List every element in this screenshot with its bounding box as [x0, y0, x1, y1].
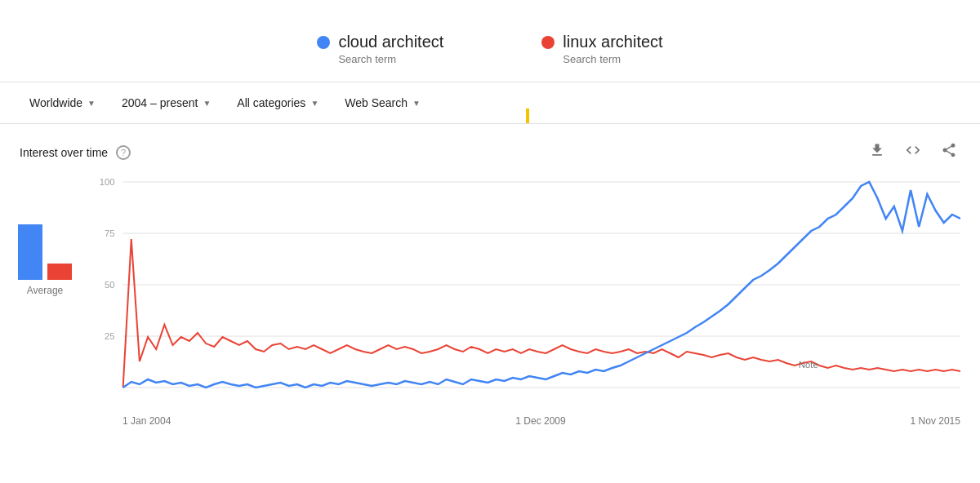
legend-item-2: linux architect Search term — [541, 33, 662, 65]
x-label-3: 1 Nov 2015 — [911, 415, 960, 427]
category-filter[interactable]: All categories ▼ — [224, 82, 332, 123]
region-filter[interactable]: Worldwide ▼ — [16, 82, 109, 123]
main-chart: 100 75 50 25 Note 1 Jan 2004 1 Dec 2009 … — [90, 174, 960, 435]
average-label: Average — [27, 285, 63, 296]
term1-label: cloud architect — [338, 33, 443, 51]
help-icon[interactable]: ? — [116, 145, 131, 160]
interest-over-time-title: Interest over time — [20, 146, 108, 159]
svg-text:100: 100 — [100, 177, 115, 187]
download-button[interactable] — [866, 139, 889, 166]
time-filter[interactable]: 2004 – present ▼ — [109, 82, 224, 123]
svg-text:50: 50 — [105, 280, 114, 290]
x-label-1: 1 Jan 2004 — [122, 415, 171, 427]
chart-area: Average 100 75 50 25 Note 1 Jan 2004 1 D… — [0, 174, 980, 435]
chevron-down-icon: ▼ — [203, 99, 211, 108]
term2-dot — [541, 36, 555, 49]
chart-section-header: Interest over time ? — [0, 124, 980, 174]
legend: cloud architect Search term linux archit… — [0, 0, 980, 82]
avg-bar-red — [47, 264, 72, 280]
svg-text:75: 75 — [105, 228, 114, 238]
section-title-group: Interest over time ? — [20, 145, 131, 160]
share-button[interactable] — [938, 139, 960, 166]
embed-button[interactable] — [902, 139, 924, 166]
legend-item-1: cloud architect Search term — [317, 33, 443, 65]
svg-text:25: 25 — [105, 331, 114, 341]
chevron-down-icon: ▼ — [412, 99, 421, 108]
yellow-indicator — [526, 109, 529, 123]
term1-dot — [317, 36, 330, 49]
chevron-down-icon: ▼ — [310, 99, 318, 108]
term2-label: linux architect — [563, 33, 662, 51]
svg-text:Note: Note — [799, 360, 818, 370]
term2-sub: Search term — [563, 53, 621, 65]
filters-bar: Worldwide ▼ 2004 – present ▼ All categor… — [0, 82, 980, 124]
search-type-filter[interactable]: Web Search ▼ — [332, 82, 434, 123]
chart-actions — [866, 139, 960, 166]
trend-chart: 100 75 50 25 Note — [90, 174, 960, 410]
chevron-down-icon: ▼ — [87, 99, 96, 108]
average-section: Average — [0, 174, 90, 435]
avg-bars — [18, 198, 72, 280]
avg-bar-blue — [18, 224, 42, 280]
term1-sub: Search term — [338, 53, 396, 65]
red-line — [123, 239, 960, 388]
x-label-2: 1 Dec 2009 — [515, 415, 565, 427]
